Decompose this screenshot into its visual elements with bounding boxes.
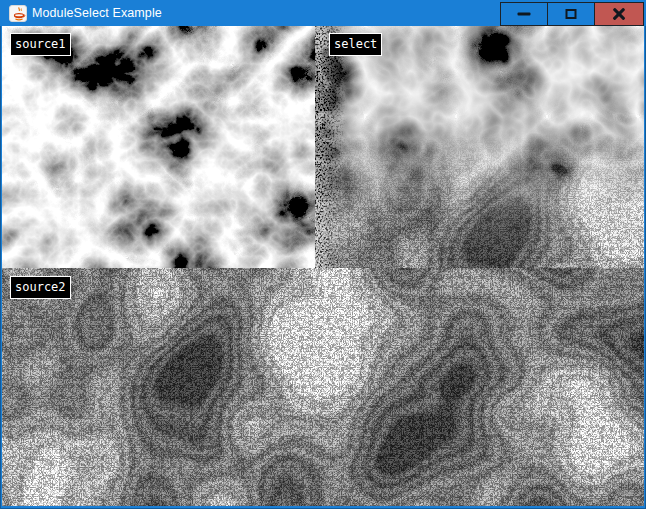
close-icon	[612, 7, 627, 22]
titlebar[interactable]: ModuleSelect Example	[0, 0, 646, 26]
source1-noise-image	[2, 26, 315, 268]
source1-label: source1	[10, 33, 71, 56]
minimize-button[interactable]	[500, 2, 548, 26]
source2-noise-image	[2, 268, 644, 506]
select-source2-blend-image	[310, 130, 644, 268]
source2-label: source2	[10, 276, 71, 299]
window-title: ModuleSelect Example	[32, 0, 162, 26]
app-window: ModuleSelect Example	[0, 0, 646, 509]
noise-render-canvas	[2, 26, 644, 506]
maximize-icon	[566, 9, 577, 19]
java-coffee-cup-icon[interactable]	[9, 5, 27, 22]
selection-dither-boundary	[315, 26, 347, 268]
maximize-button[interactable]	[547, 2, 595, 26]
close-button[interactable]	[594, 2, 644, 26]
select-label: select	[329, 33, 382, 56]
minimize-icon	[518, 13, 531, 16]
